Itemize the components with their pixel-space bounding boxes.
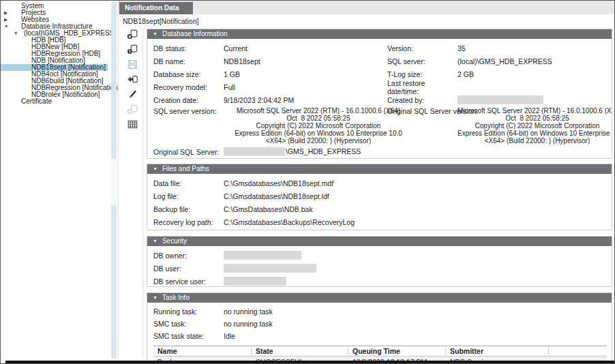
field-value: no running task [224,320,612,328]
collapse-triangle-icon: ▼ [153,293,158,303]
field-row: SMC task: no running task [153,318,612,330]
redacted-value [224,147,285,156]
field-row: DB service user: [153,275,612,287]
chevron-down-icon[interactable]: ▼ [4,23,8,30]
field-value-redacted: \GMS_HDB_EXPRESS [224,147,361,157]
field-label: DB status: [153,44,224,52]
redacted-value [457,95,543,104]
chevron-right-icon[interactable]: ▶ [4,10,7,16]
section-header-security[interactable]: ▼ Security [147,237,612,246]
field-label: Creation date: [153,96,224,104]
collapse-triangle-icon: ▼ [153,237,158,246]
column-header-empty[interactable] [549,347,607,355]
section-files-and-paths: ▼ Files and Paths Data file: C:\Gmsdatab… [147,164,612,230]
field-label: Database size: [153,70,224,78]
field-value-redacted [224,251,301,260]
field-row: Log file: C:\Gmsdatabases\NDB18sept.ldf [153,189,612,202]
field-label: SQL server version: [153,107,224,115]
field-value-redacted [224,277,286,286]
column-header-name[interactable]: Name [153,347,252,355]
field-value: 1 GB [224,70,387,78]
smc-window: System ▶Projects ▶Websites ▼Database Inf… [0,0,615,364]
scrollbar-thumb[interactable] [111,159,117,205]
field-label: SMC task: [153,320,224,328]
edit-database-button[interactable] [125,90,140,102]
chevron-down-icon[interactable]: ▼ [14,30,18,37]
field-label: Running task: [153,307,224,316]
task-table-header: Name State Queuing Time Submitter [153,346,607,357]
field-value: Idle [224,332,612,340]
grid-icon [127,119,138,133]
pencil-icon [127,89,138,103]
database-toolbar [123,30,141,135]
section-task-info: ▼ Task Info Running task: no running tas… [147,292,612,361]
tree-item-system[interactable]: System [1,3,111,10]
task-table: Name State Queuing Time Submitter Backup… [153,346,607,361]
field-value: Full [224,83,387,91]
field-row: Creation date: 9/18/2023 2:04:42 PM Crea… [153,93,612,106]
restore-database-button[interactable] [125,75,140,87]
save-backup-button[interactable] [125,60,140,72]
tab-notification-data[interactable]: Notification Data [119,2,193,14]
field-row: Data file: C:\Gmsdatabases\NDB18sept.mdf [153,177,612,189]
field-label: DB service user: [153,277,224,286]
database-exclamation-icon [127,44,138,58]
chevron-right-icon[interactable]: ▶ [4,16,7,23]
sql-version-row: SQL server version: Microsoft SQL Server… [153,106,612,145]
collapse-triangle-icon: ▼ [153,164,158,174]
attach-database-button[interactable] [125,45,140,57]
field-row: DB status: Current Version: 35 [153,42,612,55]
column-header-submitter[interactable]: Submitter [446,347,549,355]
field-value-redacted [224,264,316,273]
database-restore-arrow-icon [127,74,138,88]
navigation-tree: System ▶Projects ▶Websites ▼Database Inf… [1,1,111,363]
tree-item-ndbrolex[interactable]: NDBrolex [Notification] [1,91,111,98]
field-value: (local)\GMS_HDB_EXPRESS [457,57,612,65]
field-row: Original SQL Server: \GMS_HDB_EXPRESS [153,145,612,158]
window-bottom-edge [5,361,614,363]
database-x-icon [127,29,138,43]
tree-item-certificate[interactable]: Certificate [1,98,111,105]
section-header-task-info[interactable]: ▼ Task Info [147,293,612,303]
redacted-value [224,264,316,273]
database-circle-icon [127,104,138,118]
field-value: C:\Gmsdatabases\Backups\RecoveryLog [224,218,612,226]
field-label: Created by: [387,96,457,104]
field-label: Version: [387,44,457,52]
redacted-value [224,277,286,286]
field-label: DB name: [153,57,224,65]
toolbar-divider [142,29,143,358]
column-header-state[interactable]: State [252,347,348,355]
tree-scrollbar[interactable] [111,2,117,359]
field-value: 9/18/2023 2:04:42 PM [224,96,387,104]
field-label: Original SQL Server: [153,148,224,156]
floppy-disk-icon [127,59,138,73]
tree-item-projects[interactable]: ▶Projects [1,10,111,16]
field-label: DB user: [153,264,224,273]
section-header-files-and-paths[interactable]: ▼ Files and Paths [147,164,612,174]
field-value: C:\Gmsdatabases\NDB18sept.ldf [224,192,612,200]
data-grid-button[interactable] [125,120,140,132]
section-security: ▼ Security DB owner: DB user: DB service… [147,236,612,287]
field-label: Recovery log path: [153,218,224,226]
field-value: no running task [224,307,612,316]
column-header-queuing-time[interactable]: Queuing Time [348,347,446,355]
field-value: C:\Gmsdatabases\NDB18sept.mdf [224,179,612,187]
section-header-database-information[interactable]: ▼ Database Information [147,29,612,39]
main-panel: Notification Data NDB18sept[Notification… [118,1,614,363]
detail-content: ▼ Database Information DB status: Curren… [147,29,612,361]
field-value: 35 [457,44,612,52]
field-value-redacted [457,95,612,105]
field-label: T-Log size: [387,70,457,78]
field-row: SMC task state: Idle [153,330,612,342]
field-row: Recovery log path: C:\Gmsdatabases\Backu… [153,215,612,228]
delete-database-button[interactable] [125,30,140,42]
field-label: DB owner: [153,252,224,260]
create-database-button[interactable] [125,105,140,117]
field-row: Database size: 1 GB T-Log size: 2 GB [153,67,612,80]
original-sql-version-value: Microsoft SQL Server 2022 (RTM) - 16.0.1… [457,107,612,145]
field-label: Last restore date/time: [387,79,457,95]
field-label: SMC task state: [153,332,224,340]
field-row: DB name: NDB18sept SQL server: (local)\G… [153,55,612,67]
field-value: NDB18sept [224,57,387,65]
